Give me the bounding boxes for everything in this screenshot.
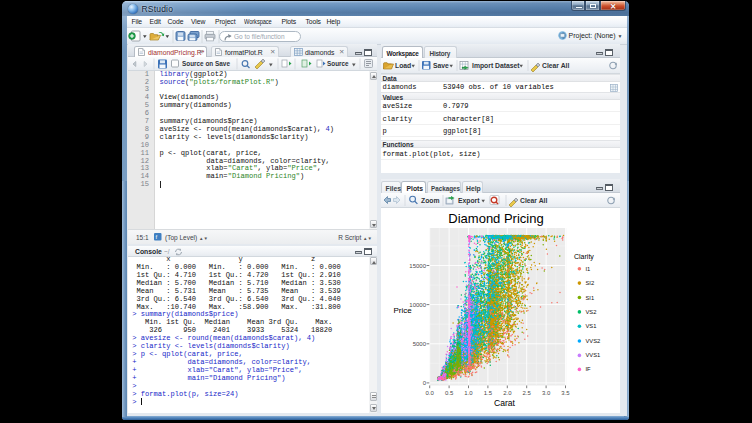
svg-text:VVS1: VVS1 [585,352,600,358]
svg-text:IF: IF [585,366,591,372]
svg-text:3.0: 3.0 [541,390,550,396]
svg-text:10000: 10000 [409,302,426,308]
svg-text:0.5: 0.5 [444,390,453,396]
svg-text:Export: Export [458,197,480,205]
svg-text:15000: 15000 [409,263,426,269]
svg-text:3.5: 3.5 [561,390,570,396]
svg-text:Carat: Carat [493,398,515,408]
svg-text:VS2: VS2 [585,309,596,315]
svg-text:Load: Load [395,62,411,69]
svg-text:0.0: 0.0 [425,390,434,396]
svg-text:I1: I1 [585,266,590,272]
svg-text:SI2: SI2 [585,280,594,286]
svg-text:SI1: SI1 [585,295,594,301]
svg-text:2.0: 2.0 [503,390,512,396]
svg-text:Clarity: Clarity [574,253,594,261]
svg-text:0: 0 [422,380,426,386]
svg-text:Save: Save [433,62,449,69]
svg-text:1.0: 1.0 [464,390,473,396]
svg-text:Source on Save: Source on Save [182,60,230,67]
svg-text:Zoom: Zoom [421,197,440,204]
svg-text:1.5: 1.5 [483,390,492,396]
svg-text:2.5: 2.5 [522,390,531,396]
svg-text:Price: Price [393,306,412,315]
svg-text:Clear All: Clear All [542,62,569,69]
svg-text:VVS2: VVS2 [585,338,600,344]
svg-text:5000: 5000 [412,341,426,347]
svg-text:Source: Source [327,60,349,67]
svg-text:VS1: VS1 [585,323,596,329]
svg-text:Import Dataset: Import Dataset [472,62,520,70]
svg-text:Diamond Pricing: Diamond Pricing [448,211,543,226]
svg-text:Clear All: Clear All [520,197,547,204]
